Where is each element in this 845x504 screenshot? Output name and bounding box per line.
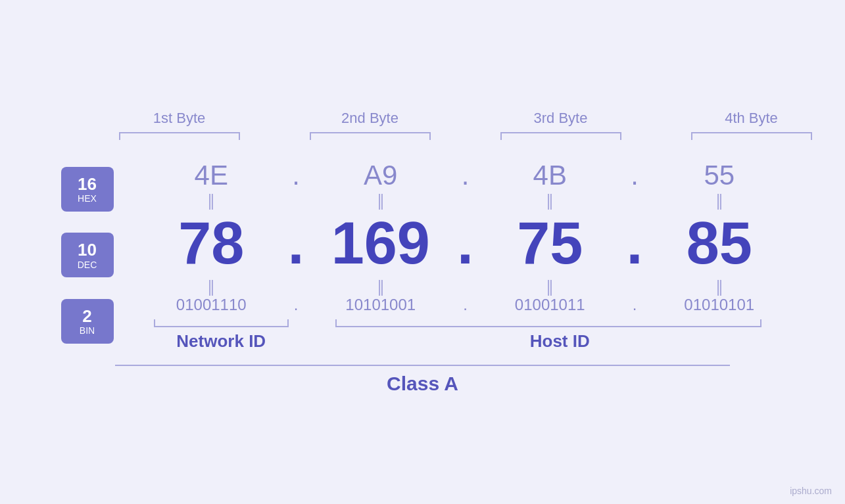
class-divider-line — [115, 365, 730, 366]
dot-bin-2: . — [446, 296, 485, 314]
class-section: Class A — [61, 365, 785, 395]
brackets-row — [147, 319, 785, 327]
top-bracket-3 — [485, 132, 637, 140]
dot-bin-1: . — [276, 296, 316, 314]
top-bracket-1 — [104, 132, 255, 140]
dot-hex-1: . — [276, 160, 316, 191]
byte-header-1: 1st Byte — [104, 110, 255, 127]
host-id-label: Host ID — [335, 331, 785, 352]
watermark: ipshu.com — [790, 486, 832, 496]
dec-badge: 10 DEC — [61, 233, 114, 277]
dot-dec-2: . — [446, 210, 485, 277]
hex-val-1: 4E — [147, 160, 277, 191]
dec-val-3: 75 — [485, 214, 616, 273]
hex-row: 4E . A9 . 4B . 55 — [147, 160, 785, 191]
dot-dec-3: . — [615, 210, 654, 277]
byte-header-3: 3rd Byte — [485, 110, 637, 127]
bin-row: 01001110 . 10101001 . 01001011 . 0101010… — [147, 296, 785, 314]
top-bracket-2 — [295, 132, 446, 140]
main-container: 1st Byte 2nd Byte 3rd Byte 4th Byte 16 — [61, 110, 785, 395]
top-brackets — [104, 132, 827, 140]
class-label: Class A — [387, 373, 458, 395]
network-bracket-wrap — [147, 319, 297, 327]
host-bracket — [335, 319, 761, 327]
hex-val-2: A9 — [316, 160, 446, 191]
dec-row: 78 . 169 . 75 . 85 — [147, 210, 785, 277]
id-labels-row: Network ID Host ID — [147, 331, 785, 352]
dot-hex-2: . — [446, 160, 485, 191]
bin-val-4: 01010101 — [654, 296, 785, 314]
bin-val-1: 01001110 — [147, 296, 277, 314]
content-area: 16 HEX 10 DEC 2 BIN 4E . A9 . 4B . 55 — [61, 160, 785, 352]
dec-val-4: 85 — [654, 214, 785, 273]
dec-val-1: 78 — [147, 214, 277, 273]
top-bracket-4 — [676, 132, 827, 140]
dot-dec-1: . — [276, 210, 316, 277]
base-labels: 16 HEX 10 DEC 2 BIN — [61, 160, 147, 352]
bin-val-3: 01001011 — [485, 296, 616, 314]
bin-val-2: 10101001 — [316, 296, 446, 314]
host-bracket-wrap — [335, 319, 785, 327]
values-grid: 4E . A9 . 4B . 55 ‖ ‖ ‖ ‖ 78 . — [147, 160, 785, 352]
dec-val-2: 169 — [316, 214, 446, 273]
byte-header-4: 4th Byte — [676, 110, 827, 127]
bin-badge: 2 BIN — [61, 299, 114, 344]
dot-bin-3: . — [615, 296, 654, 314]
hex-val-4: 55 — [654, 160, 785, 191]
hex-badge: 16 HEX — [61, 167, 114, 212]
dot-hex-3: . — [615, 160, 654, 191]
network-bracket — [154, 319, 289, 327]
byte-header-2: 2nd Byte — [295, 110, 446, 127]
network-id-label: Network ID — [147, 331, 297, 352]
byte-headers: 1st Byte 2nd Byte 3rd Byte 4th Byte — [104, 110, 827, 127]
hex-val-3: 4B — [485, 160, 616, 191]
